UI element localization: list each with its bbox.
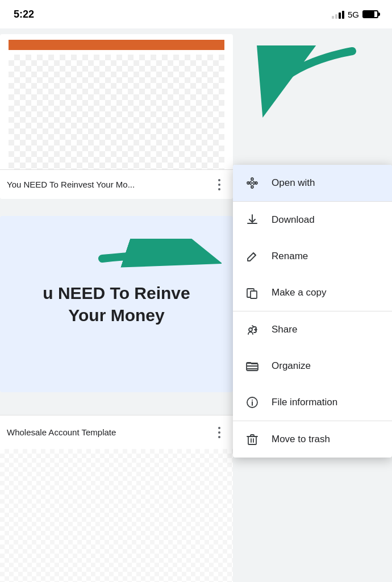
file-card-4: [0, 449, 233, 582]
organize-icon: [244, 358, 260, 374]
download-icon: [244, 212, 260, 228]
menu-item-move-trash[interactable]: Move to trash: [233, 421, 392, 458]
svg-point-2: [251, 178, 253, 180]
menu-item-organize[interactable]: Organize: [233, 348, 392, 384]
menu-label-open-with: Open with: [272, 177, 315, 189]
menu-item-rename[interactable]: Rename: [233, 238, 392, 275]
move-icon: [244, 175, 260, 191]
card-2-text: u NEED To Reinve Your Money: [31, 282, 201, 326]
svg-point-5: [255, 182, 257, 184]
card-checker-pattern: [9, 55, 224, 180]
menu-label-move-trash: Move to trash: [272, 434, 330, 445]
context-menu: Open with Download Rename Ma: [233, 165, 392, 458]
menu-label-share: Share: [272, 324, 297, 335]
status-time: 5:22: [14, 9, 34, 20]
menu-item-make-copy[interactable]: Make a copy: [233, 275, 392, 311]
copy-icon: [244, 285, 260, 301]
card-1-bottom-bar: You NEED To Reinvest Your Mo...: [0, 169, 233, 199]
rename-icon: [244, 248, 260, 264]
menu-item-download[interactable]: Download: [233, 202, 392, 238]
arrow-2-icon: [97, 239, 222, 278]
menu-label-rename: Rename: [272, 251, 308, 262]
svg-rect-6: [251, 291, 257, 298]
signal-icon: [332, 10, 344, 19]
arrow-1-icon: [244, 45, 364, 119]
status-icons: 5G: [332, 10, 378, 19]
card-3-title: Wholesale Account Template: [7, 427, 116, 437]
svg-rect-11: [248, 436, 256, 444]
card-orange-bar: [9, 40, 224, 50]
file-card-1: You NEED To Reinvest Your Mo...: [0, 34, 233, 199]
menu-label-organize: Organize: [272, 360, 311, 372]
file-card-3: Wholesale Account Template: [0, 415, 233, 449]
svg-point-8: [251, 330, 251, 330]
svg-point-4: [247, 182, 249, 184]
network-label: 5G: [348, 10, 359, 19]
trash-icon: [244, 431, 260, 447]
battery-icon: [362, 10, 378, 18]
menu-item-open-with[interactable]: Open with: [233, 165, 392, 201]
svg-point-10: [252, 400, 253, 401]
card-1-title: You NEED To Reinvest Your Mo...: [7, 180, 135, 189]
menu-label-file-info: File information: [272, 397, 337, 408]
card-1-more-button[interactable]: [212, 178, 226, 192]
menu-label-download: Download: [272, 214, 315, 226]
menu-item-share[interactable]: Share: [233, 311, 392, 348]
menu-item-file-info[interactable]: File information: [233, 384, 392, 421]
card-3-more-button[interactable]: [212, 426, 226, 439]
share-icon: [244, 322, 260, 338]
status-bar: 5:22 5G: [0, 0, 392, 28]
info-icon: [244, 394, 260, 410]
menu-label-make-copy: Make a copy: [272, 287, 326, 298]
svg-point-3: [251, 186, 253, 188]
